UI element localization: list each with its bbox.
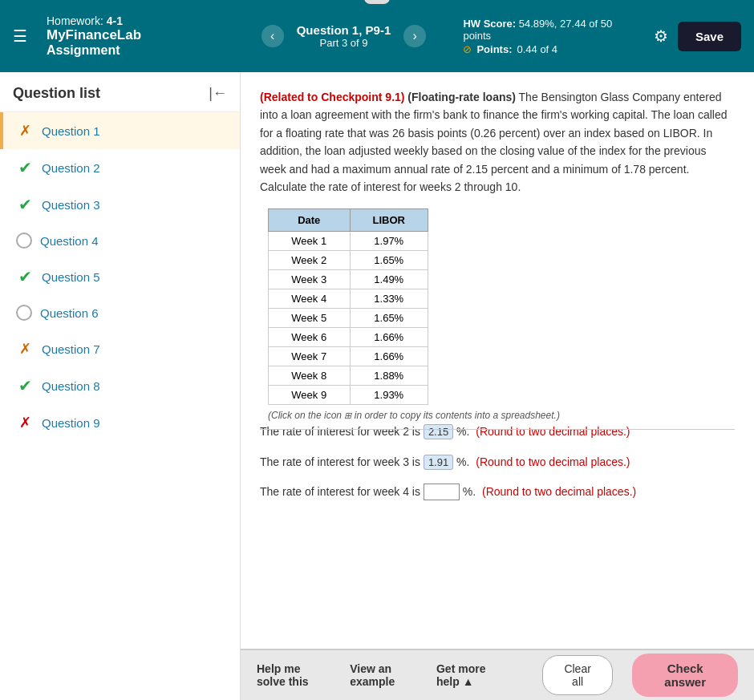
table-cell-libor: 1.33%	[350, 289, 428, 309]
table-cell-date: Week 3	[269, 270, 351, 289]
empty-icon	[16, 305, 32, 321]
table-cell-date: Week 1	[269, 232, 351, 251]
round-note: (Round to two decimal places.)	[472, 455, 630, 468]
hw-prefix-label: Homework: 4-1	[47, 14, 225, 27]
get-more-help-link[interactable]: Get more help ▲	[436, 662, 504, 688]
question-part: Part 3 of 9	[297, 37, 391, 49]
answer-suffix: %.	[460, 485, 476, 498]
sidebar-item-question-1[interactable]: ✗Question 1	[0, 112, 240, 149]
question-item-label: Question 6	[40, 306, 99, 320]
score-block: HW Score: 54.89%, 27.44 of 50 points ⊘ P…	[463, 18, 641, 55]
answer-row-3: The rate of interest for week 3 is 1.91 …	[260, 452, 735, 472]
answer-input-week-4[interactable]	[424, 484, 460, 500]
table-cell-libor: 1.49%	[350, 270, 428, 289]
question-item-label: Question 9	[42, 416, 100, 430]
question-nav: ‹ Question 1, P9-1 Part 3 of 9 ›	[237, 23, 451, 49]
question-item-label: Question 2	[42, 161, 100, 175]
bottom-bar: Help me solve this View an example Get m…	[241, 649, 754, 700]
question-list: ✗Question 1✔Question 2✔Question 3Questio…	[0, 112, 240, 441]
table-row: Week 51.65%	[269, 309, 428, 328]
next-question-button[interactable]: ›	[403, 25, 426, 47]
table-cell-libor: 1.97%	[350, 232, 428, 251]
table-note: (Click on the icon ⊞ in order to copy it…	[268, 410, 735, 421]
correct-icon: ✔	[16, 268, 34, 285]
table-row: Week 91.93%	[269, 386, 428, 405]
table-cell-libor: 1.65%	[350, 309, 428, 328]
view-example-link[interactable]: View an example	[350, 662, 417, 688]
partial-icon: ✗	[16, 122, 34, 140]
answer-prefix: The rate of interest for week 3 is	[260, 455, 424, 468]
table-cell-libor: 1.66%	[350, 347, 428, 366]
header: ☰ Homework: 4-1 MyFinanceLab Assignment …	[0, 0, 754, 72]
collapse-sidebar-icon[interactable]: |←	[209, 85, 227, 102]
question-label: Question 1, P9-1	[297, 23, 391, 37]
menu-icon[interactable]: ☰	[13, 26, 27, 46]
content-scroll: (Related to Checkpoint 9.1) (Floating-ra…	[241, 72, 754, 649]
answer-prefix: The rate of interest for week 4 is	[260, 485, 424, 498]
sidebar-header: Question list |←	[0, 72, 240, 112]
empty-icon	[16, 233, 32, 249]
sidebar-title: Question list	[13, 85, 100, 102]
question-text: (Related to Checkpoint 9.1) (Floating-ra…	[260, 88, 735, 196]
answer-suffix: %.	[453, 425, 469, 438]
answer-prefix: The rate of interest for week 2 is	[260, 425, 424, 438]
answer-row-2: The rate of interest for week 2 is 2.15 …	[260, 422, 735, 442]
table-row: Week 11.97%	[269, 232, 428, 251]
sidebar-item-question-2[interactable]: ✔Question 2	[0, 149, 240, 186]
sidebar-item-question-7[interactable]: ✗Question 7	[0, 330, 240, 367]
hw-subtitle: Assignment	[47, 43, 225, 58]
question-item-label: Question 7	[42, 342, 100, 356]
incorrect-icon: ✗	[16, 414, 34, 431]
sidebar: Question list |← ✗Question 1✔Question 2✔…	[0, 72, 241, 700]
answer-value-week-2: 2.15	[424, 424, 453, 439]
table-cell-libor: 1.66%	[350, 328, 428, 347]
col-date: Date	[269, 209, 351, 232]
correct-icon: ✔	[16, 159, 34, 176]
sidebar-item-question-5[interactable]: ✔Question 5	[0, 258, 240, 295]
correct-icon: ✔	[16, 377, 34, 395]
help-me-solve-link[interactable]: Help me solve this	[257, 662, 330, 688]
round-note: (Round to two decimal places.)	[479, 485, 636, 498]
points-icon: ⊘	[463, 43, 472, 55]
table-cell-date: Week 6	[269, 328, 351, 347]
round-note: (Round to two decimal places.)	[472, 425, 630, 438]
table-cell-date: Week 5	[269, 309, 351, 328]
answer-rows: The rate of interest for week 2 is 2.15 …	[260, 422, 735, 502]
hw-title-block: Homework: 4-1 MyFinanceLab Assignment	[47, 14, 225, 58]
table-cell-libor: 1.65%	[350, 251, 428, 270]
sidebar-item-question-4[interactable]: Question 4	[0, 223, 240, 258]
problem-text: The Bensington Glass Company entered int…	[260, 91, 728, 193]
clear-all-button[interactable]: Clear all	[542, 655, 614, 695]
table-cell-date: Week 9	[269, 386, 351, 405]
partial-icon: ✗	[16, 340, 34, 358]
answer-row-4: The rate of interest for week 4 is %. (R…	[260, 482, 735, 502]
table-row: Week 71.66%	[269, 347, 428, 366]
question-item-label: Question 8	[42, 379, 100, 393]
table-cell-libor: 1.88%	[350, 366, 428, 386]
table-row: Week 31.49%	[269, 270, 428, 289]
table-row: Week 61.66%	[269, 328, 428, 347]
table-cell-date: Week 8	[269, 366, 351, 386]
check-answer-button[interactable]: Check answer	[632, 653, 738, 697]
main-layout: Question list |← ✗Question 1✔Question 2✔…	[0, 72, 754, 700]
col-libor: LIBOR	[350, 209, 428, 232]
correct-icon: ✔	[16, 196, 34, 213]
save-button[interactable]: Save	[678, 22, 741, 51]
answer-value-week-3: 1.91	[424, 455, 453, 470]
table-cell-date: Week 2	[269, 251, 351, 270]
hw-score-row: HW Score: 54.89%, 27.44 of 50 points	[463, 18, 641, 42]
hw-name: MyFinanceLab	[47, 27, 225, 43]
question-item-label: Question 4	[40, 234, 99, 248]
prev-question-button[interactable]: ‹	[261, 25, 284, 47]
content-area: (Related to Checkpoint 9.1) (Floating-ra…	[241, 72, 754, 700]
points-row: ⊘ Points: 0.44 of 4	[463, 43, 641, 55]
checkpoint-label: (Related to Checkpoint 9.1)	[260, 91, 404, 103]
sidebar-item-question-6[interactable]: Question 6	[0, 295, 240, 330]
sidebar-item-question-9[interactable]: ✗Question 9	[0, 404, 240, 441]
sidebar-item-question-8[interactable]: ✔Question 8	[0, 367, 240, 404]
question-item-label: Question 5	[42, 270, 100, 284]
table-cell-libor: 1.93%	[350, 386, 428, 405]
sidebar-item-question-3[interactable]: ✔Question 3	[0, 186, 240, 223]
topic-label: (Floating-rate loans)	[407, 91, 516, 103]
settings-icon[interactable]: ⚙	[654, 26, 668, 46]
